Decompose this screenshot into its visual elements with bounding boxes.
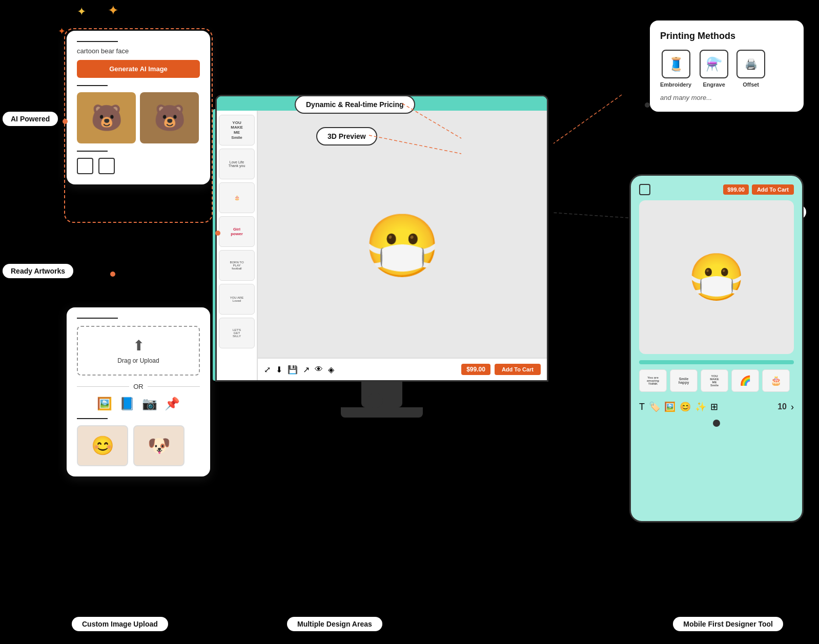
mobile-add-cart-button[interactable]: Add To Cart [752, 184, 794, 195]
mobile-font-size[interactable]: 10 [777, 402, 787, 411]
ai-powered-card: cartoon bear face Generate AI Image 🐻 🐻 [67, 31, 210, 184]
upload-drag-text: Drag or Upload [88, 357, 189, 364]
ai-search-display: cartoon bear face [77, 47, 200, 55]
mobile-artwork-2[interactable]: YOUMAKEMESmile [701, 369, 728, 392]
upload-or-line-right [148, 386, 200, 387]
upload-pinterest-icon[interactable]: 📌 [165, 397, 180, 411]
upload-facebook-icon[interactable]: 📘 [119, 397, 135, 411]
monitor-price: $99.00 [461, 364, 490, 375]
monitor-toolbar: ⤢ ⬇ 💾 ↗ 👁 ◈ $99.00 Add To Cart [258, 358, 547, 380]
share-icon[interactable]: ↗ [303, 365, 310, 375]
printing-more-text: and many more... [660, 94, 793, 101]
ready-artworks-connector-dot [110, 272, 115, 277]
ai-card-divider-1 [77, 41, 118, 42]
mobile-home-button[interactable] [713, 420, 720, 427]
printing-methods-list: 🧵 Embroidery ⚗️ Engrave 🖨️ Offset [660, 50, 793, 88]
sidebar-item-girl[interactable]: Girlpower [219, 216, 255, 247]
upload-card-divider-2 [77, 418, 108, 419]
printing-connector-dot [645, 102, 650, 108]
mobile-effects-icon[interactable]: ✨ [695, 401, 706, 412]
svg-line-2 [554, 95, 622, 143]
label-multiple-design-areas: Multiple Design Areas [287, 617, 382, 631]
mobile-canvas: 😷 [639, 200, 794, 354]
offset-label: Offset [743, 81, 759, 88]
mobile-emoji-icon[interactable]: 😊 [680, 401, 691, 412]
mobile-teal-bar [639, 360, 794, 364]
upload-or-text: OR [133, 383, 144, 390]
ai-bear-image-2: 🐻 [140, 92, 199, 143]
mobile-checkbox[interactable] [639, 184, 650, 195]
label-ai-powered: AI Powered [3, 112, 58, 126]
ai-checkbox-1[interactable] [77, 158, 93, 174]
engrave-icon: ⚗️ [700, 50, 728, 78]
monitor-mask-display: 😷 [364, 215, 441, 276]
printing-method-offset: 🖨️ Offset [736, 50, 765, 88]
printing-title: Printing Methods [660, 31, 793, 41]
upload-instagram-icon[interactable]: 📷 [142, 397, 157, 411]
ai-checkbox-2[interactable] [98, 158, 115, 174]
eye-icon[interactable]: 👁 [315, 365, 323, 375]
label-dynamic-pricing: Dynamic & Real-time Pricing [295, 95, 415, 114]
monitor-tool-icons: ⤢ ⬇ 💾 ↗ 👁 ◈ [264, 365, 334, 375]
sparkle-icon-2: ✦ [108, 3, 119, 18]
sparkle-icon-3: ✦ [58, 26, 66, 37]
mobile-artwork-3[interactable]: 🌈 [731, 369, 759, 392]
monitor-base [341, 407, 423, 418]
mobile-designer-tool: $99.00 Add To Cart 😷 You areamazingTHINK… [629, 174, 804, 523]
upload-preview-1: 😊 [77, 425, 128, 466]
monitor-sidebar-connector-dot [215, 231, 220, 236]
mobile-text-icon[interactable]: T [639, 402, 645, 412]
printing-method-embroidery: 🧵 Embroidery [660, 50, 691, 88]
upload-previews: 😊 🐶 [77, 425, 200, 466]
mobile-toolbar: T 🏷️ 🖼️ 😊 ✨ ⊞ 10 › [639, 398, 794, 416]
monitor-add-cart-button[interactable]: Add To Cart [495, 364, 541, 375]
upload-gallery-icon[interactable]: 🖼️ [97, 397, 112, 411]
upload-dropzone[interactable]: ⬆ Drag or Upload [77, 326, 200, 376]
mobile-image-icon[interactable]: 🖼️ [664, 401, 675, 412]
sidebar-item-love[interactable]: Love LifeThank you [219, 149, 255, 179]
sidebar-item-loved[interactable]: YOU ARELoved [219, 284, 255, 315]
mobile-arrow-icon[interactable]: › [791, 402, 794, 412]
expand-icon[interactable]: ⤢ [264, 365, 271, 375]
mobile-header: $99.00 Add To Cart [639, 184, 794, 195]
mobile-price: $99.00 [723, 184, 749, 195]
upload-or-section: OR [77, 383, 200, 390]
sidebar-item-football[interactable]: BORN TOPLAYfootball [219, 250, 255, 281]
upload-card-divider-1 [77, 318, 118, 319]
offset-icon: 🖨️ [736, 50, 765, 78]
generate-ai-button[interactable]: Generate AI Image [77, 60, 200, 78]
desktop-monitor: YOUMAKEMESmile Love LifeThank you 🎂 Girl… [215, 95, 548, 418]
upload-social-icons: 🖼️ 📘 📷 📌 [77, 397, 200, 411]
ai-card-checkboxes [77, 158, 200, 174]
custom-image-upload-card: ⬆ Drag or Upload OR 🖼️ 📘 📷 📌 😊 🐶 [67, 307, 210, 476]
upload-preview-2: 🐶 [133, 425, 185, 466]
download-icon[interactable]: ⬇ [276, 365, 282, 375]
upload-cloud-icon: ⬆ [88, 337, 189, 354]
printing-card: Printing Methods 🧵 Embroidery ⚗️ Engrave… [650, 20, 804, 112]
monitor-content: YOUMAKEMESmile Love LifeThank you 🎂 Girl… [217, 111, 547, 380]
embroidery-label: Embroidery [660, 81, 691, 88]
ai-bear-image-1: 🐻 [77, 92, 136, 143]
label-mobile-first: Mobile First Designer Tool [673, 617, 783, 631]
engrave-label: Engrave [703, 81, 725, 88]
ai-connector-dot [63, 119, 68, 124]
monitor-canvas: 😷 ⤢ ⬇ 💾 ↗ 👁 ◈ $99.00 Add To Cart [258, 111, 547, 380]
sidebar-item-text[interactable]: YOUMAKEMESmile [219, 115, 255, 146]
sidebar-item-cake[interactable]: 🎂 [219, 182, 255, 213]
sparkle-icon-1: ✦ [77, 5, 86, 18]
mobile-artwork-1[interactable]: Smilehappy [670, 369, 698, 392]
mobile-artwork-4[interactable]: 🎂 [762, 369, 790, 392]
mobile-grid-icon[interactable]: ⊞ [710, 401, 718, 412]
ai-card-images: 🐻 🐻 [77, 92, 200, 143]
threed-icon[interactable]: ◈ [328, 365, 334, 375]
sidebar-item-silly[interactable]: LET'SGETSILLY [219, 318, 255, 348]
label-custom-image-upload: Custom Image Upload [72, 617, 168, 631]
mobile-artwork-0[interactable]: You areamazingTHINK [639, 369, 667, 392]
save-icon[interactable]: 💾 [288, 365, 298, 375]
printing-method-engrave: ⚗️ Engrave [700, 50, 728, 88]
ai-card-divider-2 [77, 85, 108, 86]
upload-or-line-left [77, 386, 129, 387]
mobile-mask-display: 😷 [688, 251, 745, 304]
monitor-sidebar: YOUMAKEMESmile Love LifeThank you 🎂 Girl… [217, 111, 258, 380]
mobile-sticker-icon[interactable]: 🏷️ [649, 401, 660, 412]
